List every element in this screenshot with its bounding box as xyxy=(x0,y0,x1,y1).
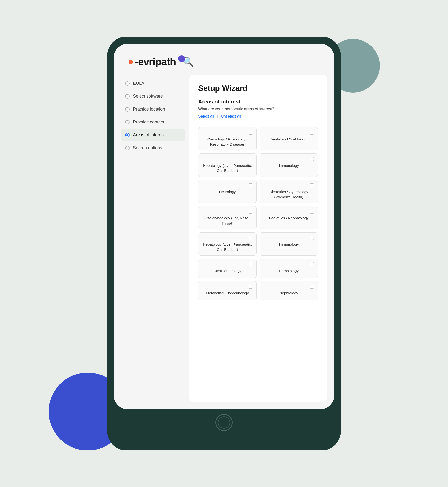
area-card[interactable]: Hepatology (Liver, Pancreatic, Gall Blad… xyxy=(198,232,257,256)
area-card[interactable]: Otolaryngology (Ear, Nose, Throat) xyxy=(198,206,257,229)
area-card-label: Nephrology xyxy=(264,290,314,296)
area-card-checkbox[interactable] xyxy=(249,285,252,289)
sidebar-label-practice-location: Practice location xyxy=(133,107,165,112)
logo-dot xyxy=(129,60,133,64)
area-card-checkbox[interactable] xyxy=(310,210,314,214)
area-card-checkbox[interactable] xyxy=(249,131,252,135)
area-card[interactable]: Hematology xyxy=(260,259,318,278)
area-card-checkbox[interactable] xyxy=(249,183,252,187)
area-card[interactable]: Dental and Oral Health xyxy=(260,127,318,150)
area-card-checkbox[interactable] xyxy=(310,131,314,135)
area-card-checkbox[interactable] xyxy=(249,210,252,214)
select-links-bar: Select all | Unselect all xyxy=(198,114,318,122)
area-card-label: Metabolism Endocrinology xyxy=(202,290,252,296)
sidebar-item-eula[interactable]: EULA xyxy=(121,77,185,89)
area-card-label: Neurology xyxy=(202,189,252,194)
area-card[interactable]: Metabolism Endocrinology xyxy=(198,281,257,300)
main-content: EULA Select software Practice location P… xyxy=(114,75,334,409)
select-all-link[interactable]: Select all xyxy=(198,114,214,119)
area-card-label: Otolaryngology (Ear, Nose, Throat) xyxy=(202,215,252,226)
link-divider: | xyxy=(217,114,218,119)
area-card-checkbox[interactable] xyxy=(310,285,314,289)
area-card[interactable]: Cardiology / Pulmonary / Respiratory Dis… xyxy=(198,127,257,150)
section-subtitle: What are your therapeutic areas of inter… xyxy=(198,107,318,111)
radio-areas-of-interest xyxy=(125,133,130,137)
sidebar: EULA Select software Practice location P… xyxy=(121,75,185,402)
area-card-checkbox[interactable] xyxy=(310,262,314,266)
logo-text: -evripath xyxy=(135,56,176,68)
section-title: Areas of interest xyxy=(198,99,318,105)
area-card-label: Immunology xyxy=(264,242,314,247)
radio-eula xyxy=(125,81,130,86)
area-card-label: Hepatology (Liver, Pancreatic, Gall Blad… xyxy=(202,242,252,252)
sidebar-item-practice-contact[interactable]: Practice contact xyxy=(121,116,185,128)
area-card[interactable]: Immunology xyxy=(260,153,318,177)
header: -evripath 🔍 xyxy=(114,44,334,75)
sidebar-label-areas-of-interest: Areas of interest xyxy=(133,132,165,138)
tablet-screen: -evripath 🔍 EULA Select software xyxy=(114,44,334,409)
areas-grid: Cardiology / Pulmonary / Respiratory Dis… xyxy=(198,127,318,300)
sidebar-label-eula: EULA xyxy=(133,81,144,86)
logo-icon: 🔍 xyxy=(178,57,194,66)
area-card-label: Obstetrics / Gynecology (Women's Health) xyxy=(264,189,314,199)
unselect-all-link[interactable]: Unselect all xyxy=(221,114,241,119)
area-card[interactable]: Gastroenterology xyxy=(198,259,257,278)
radio-select-software xyxy=(125,94,130,99)
area-card-label: Gastroenterology xyxy=(202,268,252,273)
logo: -evripath 🔍 xyxy=(129,56,319,68)
area-card-checkbox[interactable] xyxy=(310,183,314,187)
area-card[interactable]: Pediatrics / Neonatology xyxy=(260,206,318,229)
area-card[interactable]: Neurology xyxy=(198,180,257,203)
area-card-label: Pediatrics / Neonatology xyxy=(264,215,314,221)
radio-search-options xyxy=(125,146,130,150)
sidebar-item-select-software[interactable]: Select software xyxy=(121,90,185,102)
area-card[interactable]: Nephrology xyxy=(260,281,318,300)
sidebar-item-practice-location[interactable]: Practice location xyxy=(121,103,185,115)
area-card-checkbox[interactable] xyxy=(249,157,252,161)
area-card-checkbox[interactable] xyxy=(249,236,252,240)
panel-title: Setup Wizard xyxy=(198,84,318,93)
area-card[interactable]: Hepatology (Liver, Pancreatic, Gall Blad… xyxy=(198,153,257,177)
radio-practice-location xyxy=(125,107,130,112)
area-card-label: Dental and Oral Health xyxy=(264,137,314,142)
area-card-checkbox[interactable] xyxy=(310,157,314,161)
radio-practice-contact xyxy=(125,120,130,124)
home-button-inner xyxy=(218,416,230,429)
area-card-label: Hepatology (Liver, Pancreatic, Gall Blad… xyxy=(202,163,252,173)
content-panel: Setup Wizard Areas of interest What are … xyxy=(189,75,327,402)
area-card[interactable]: Obstetrics / Gynecology (Women's Health) xyxy=(260,180,318,203)
area-card-label: Cardiology / Pulmonary / Respiratory Dis… xyxy=(202,137,252,147)
sidebar-item-areas-of-interest[interactable]: Areas of interest xyxy=(121,129,185,141)
area-card[interactable]: Immunology xyxy=(260,232,318,256)
area-card-checkbox[interactable] xyxy=(310,236,314,240)
area-card-label: Hematology xyxy=(264,268,314,273)
sidebar-label-select-software: Select software xyxy=(133,94,163,99)
sidebar-item-search-options[interactable]: Search options xyxy=(121,142,185,154)
sidebar-label-practice-contact: Practice contact xyxy=(133,120,164,125)
sidebar-label-search-options: Search options xyxy=(133,145,162,150)
area-card-label: Immunology xyxy=(264,163,314,168)
home-button[interactable] xyxy=(215,414,233,431)
tablet-device: -evripath 🔍 EULA Select software xyxy=(107,37,341,450)
area-card-checkbox[interactable] xyxy=(249,262,252,266)
